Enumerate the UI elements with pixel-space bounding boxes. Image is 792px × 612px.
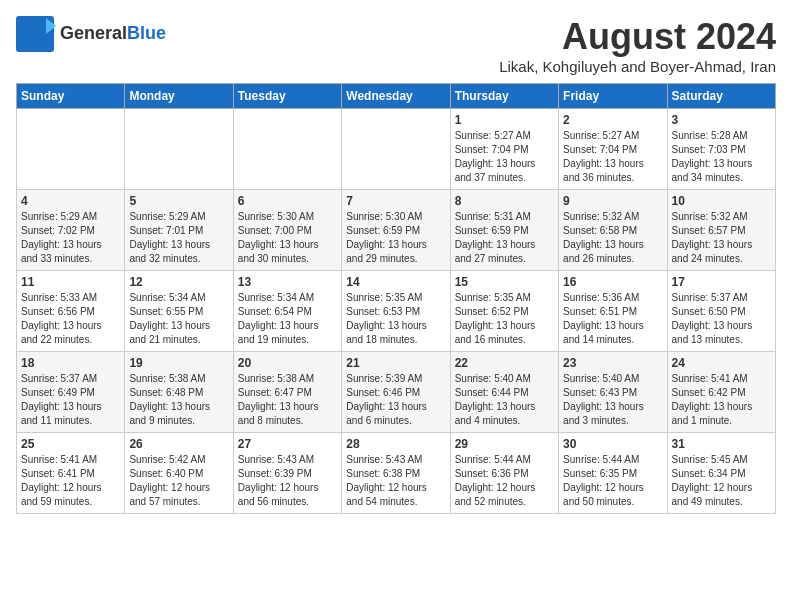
- calendar-header-row: Sunday Monday Tuesday Wednesday Thursday…: [17, 84, 776, 109]
- table-row: 19Sunrise: 5:38 AM Sunset: 6:48 PM Dayli…: [125, 352, 233, 433]
- day-number: 28: [346, 437, 445, 451]
- col-friday: Friday: [559, 84, 667, 109]
- table-row: 23Sunrise: 5:40 AM Sunset: 6:43 PM Dayli…: [559, 352, 667, 433]
- day-info: Sunrise: 5:32 AM Sunset: 6:58 PM Dayligh…: [563, 210, 662, 266]
- calendar-week-row: 18Sunrise: 5:37 AM Sunset: 6:49 PM Dayli…: [17, 352, 776, 433]
- day-info: Sunrise: 5:28 AM Sunset: 7:03 PM Dayligh…: [672, 129, 771, 185]
- day-info: Sunrise: 5:36 AM Sunset: 6:51 PM Dayligh…: [563, 291, 662, 347]
- day-info: Sunrise: 5:38 AM Sunset: 6:48 PM Dayligh…: [129, 372, 228, 428]
- table-row: 27Sunrise: 5:43 AM Sunset: 6:39 PM Dayli…: [233, 433, 341, 514]
- table-row: 16Sunrise: 5:36 AM Sunset: 6:51 PM Dayli…: [559, 271, 667, 352]
- day-info: Sunrise: 5:44 AM Sunset: 6:36 PM Dayligh…: [455, 453, 554, 509]
- table-row: 21Sunrise: 5:39 AM Sunset: 6:46 PM Dayli…: [342, 352, 450, 433]
- day-info: Sunrise: 5:34 AM Sunset: 6:55 PM Dayligh…: [129, 291, 228, 347]
- day-number: 23: [563, 356, 662, 370]
- day-info: Sunrise: 5:42 AM Sunset: 6:40 PM Dayligh…: [129, 453, 228, 509]
- table-row: 4Sunrise: 5:29 AM Sunset: 7:02 PM Daylig…: [17, 190, 125, 271]
- month-year: August 2024: [499, 16, 776, 58]
- day-info: Sunrise: 5:30 AM Sunset: 7:00 PM Dayligh…: [238, 210, 337, 266]
- table-row: [17, 109, 125, 190]
- day-number: 7: [346, 194, 445, 208]
- day-number: 16: [563, 275, 662, 289]
- day-number: 18: [21, 356, 120, 370]
- day-info: Sunrise: 5:44 AM Sunset: 6:35 PM Dayligh…: [563, 453, 662, 509]
- day-number: 24: [672, 356, 771, 370]
- day-info: Sunrise: 5:41 AM Sunset: 6:41 PM Dayligh…: [21, 453, 120, 509]
- table-row: 5Sunrise: 5:29 AM Sunset: 7:01 PM Daylig…: [125, 190, 233, 271]
- day-number: 10: [672, 194, 771, 208]
- table-row: 18Sunrise: 5:37 AM Sunset: 6:49 PM Dayli…: [17, 352, 125, 433]
- day-number: 9: [563, 194, 662, 208]
- day-number: 8: [455, 194, 554, 208]
- table-row: 2Sunrise: 5:27 AM Sunset: 7:04 PM Daylig…: [559, 109, 667, 190]
- day-info: Sunrise: 5:27 AM Sunset: 7:04 PM Dayligh…: [563, 129, 662, 185]
- day-number: 13: [238, 275, 337, 289]
- col-saturday: Saturday: [667, 84, 775, 109]
- logo-icon: [16, 16, 56, 52]
- table-row: [233, 109, 341, 190]
- day-info: Sunrise: 5:41 AM Sunset: 6:42 PM Dayligh…: [672, 372, 771, 428]
- table-row: 26Sunrise: 5:42 AM Sunset: 6:40 PM Dayli…: [125, 433, 233, 514]
- day-info: Sunrise: 5:31 AM Sunset: 6:59 PM Dayligh…: [455, 210, 554, 266]
- day-info: Sunrise: 5:30 AM Sunset: 6:59 PM Dayligh…: [346, 210, 445, 266]
- logo-text: GeneralBlue: [60, 24, 166, 44]
- calendar-week-row: 25Sunrise: 5:41 AM Sunset: 6:41 PM Dayli…: [17, 433, 776, 514]
- table-row: 20Sunrise: 5:38 AM Sunset: 6:47 PM Dayli…: [233, 352, 341, 433]
- table-row: 14Sunrise: 5:35 AM Sunset: 6:53 PM Dayli…: [342, 271, 450, 352]
- day-number: 1: [455, 113, 554, 127]
- day-info: Sunrise: 5:29 AM Sunset: 7:01 PM Dayligh…: [129, 210, 228, 266]
- table-row: 17Sunrise: 5:37 AM Sunset: 6:50 PM Dayli…: [667, 271, 775, 352]
- table-row: 15Sunrise: 5:35 AM Sunset: 6:52 PM Dayli…: [450, 271, 558, 352]
- calendar-table: Sunday Monday Tuesday Wednesday Thursday…: [16, 83, 776, 514]
- day-number: 6: [238, 194, 337, 208]
- day-number: 11: [21, 275, 120, 289]
- col-wednesday: Wednesday: [342, 84, 450, 109]
- table-row: [342, 109, 450, 190]
- day-info: Sunrise: 5:43 AM Sunset: 6:39 PM Dayligh…: [238, 453, 337, 509]
- table-row: 10Sunrise: 5:32 AM Sunset: 6:57 PM Dayli…: [667, 190, 775, 271]
- table-row: 29Sunrise: 5:44 AM Sunset: 6:36 PM Dayli…: [450, 433, 558, 514]
- day-number: 3: [672, 113, 771, 127]
- table-row: 12Sunrise: 5:34 AM Sunset: 6:55 PM Dayli…: [125, 271, 233, 352]
- day-number: 14: [346, 275, 445, 289]
- table-row: 13Sunrise: 5:34 AM Sunset: 6:54 PM Dayli…: [233, 271, 341, 352]
- day-number: 22: [455, 356, 554, 370]
- day-info: Sunrise: 5:38 AM Sunset: 6:47 PM Dayligh…: [238, 372, 337, 428]
- calendar-week-row: 1Sunrise: 5:27 AM Sunset: 7:04 PM Daylig…: [17, 109, 776, 190]
- day-info: Sunrise: 5:37 AM Sunset: 6:50 PM Dayligh…: [672, 291, 771, 347]
- table-row: 7Sunrise: 5:30 AM Sunset: 6:59 PM Daylig…: [342, 190, 450, 271]
- table-row: 25Sunrise: 5:41 AM Sunset: 6:41 PM Dayli…: [17, 433, 125, 514]
- day-number: 30: [563, 437, 662, 451]
- day-info: Sunrise: 5:45 AM Sunset: 6:34 PM Dayligh…: [672, 453, 771, 509]
- day-number: 27: [238, 437, 337, 451]
- day-number: 20: [238, 356, 337, 370]
- day-number: 19: [129, 356, 228, 370]
- day-info: Sunrise: 5:33 AM Sunset: 6:56 PM Dayligh…: [21, 291, 120, 347]
- day-number: 4: [21, 194, 120, 208]
- day-info: Sunrise: 5:40 AM Sunset: 6:43 PM Dayligh…: [563, 372, 662, 428]
- day-number: 15: [455, 275, 554, 289]
- table-row: 31Sunrise: 5:45 AM Sunset: 6:34 PM Dayli…: [667, 433, 775, 514]
- day-number: 25: [21, 437, 120, 451]
- logo-blue: Blue: [127, 23, 166, 43]
- title-block: August 2024 Likak, Kohgiluyeh and Boyer-…: [499, 16, 776, 75]
- day-info: Sunrise: 5:35 AM Sunset: 6:52 PM Dayligh…: [455, 291, 554, 347]
- col-monday: Monday: [125, 84, 233, 109]
- day-info: Sunrise: 5:35 AM Sunset: 6:53 PM Dayligh…: [346, 291, 445, 347]
- table-row: 28Sunrise: 5:43 AM Sunset: 6:38 PM Dayli…: [342, 433, 450, 514]
- calendar-week-row: 11Sunrise: 5:33 AM Sunset: 6:56 PM Dayli…: [17, 271, 776, 352]
- day-info: Sunrise: 5:37 AM Sunset: 6:49 PM Dayligh…: [21, 372, 120, 428]
- day-number: 17: [672, 275, 771, 289]
- day-number: 29: [455, 437, 554, 451]
- logo-general: General: [60, 23, 127, 43]
- col-thursday: Thursday: [450, 84, 558, 109]
- table-row: [125, 109, 233, 190]
- table-row: 6Sunrise: 5:30 AM Sunset: 7:00 PM Daylig…: [233, 190, 341, 271]
- table-row: 1Sunrise: 5:27 AM Sunset: 7:04 PM Daylig…: [450, 109, 558, 190]
- table-row: 24Sunrise: 5:41 AM Sunset: 6:42 PM Dayli…: [667, 352, 775, 433]
- logo: GeneralBlue: [16, 16, 166, 52]
- day-number: 31: [672, 437, 771, 451]
- page-header: GeneralBlue August 2024 Likak, Kohgiluye…: [16, 16, 776, 75]
- day-number: 5: [129, 194, 228, 208]
- day-info: Sunrise: 5:27 AM Sunset: 7:04 PM Dayligh…: [455, 129, 554, 185]
